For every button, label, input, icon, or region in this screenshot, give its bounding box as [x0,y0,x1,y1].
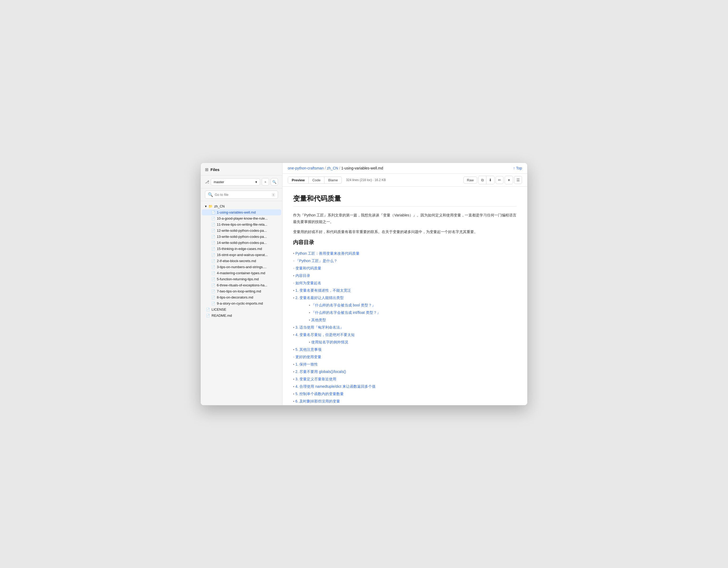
file-readme[interactable]: 📄 README.md [202,313,281,319]
toc-item-n4: 4. 变量名尽量短，但是绝对不要太短 使用短名字的例外情况 [293,331,517,346]
edit-button[interactable]: ✏ [496,176,504,184]
toc-link-toc[interactable]: 内容目录 [295,273,310,278]
toc-list: Python 工匠：善用变量来改善代码质量 『Python 工匠』是什么？ 变量… [293,250,517,406]
file-icon-15: 📄 [211,296,215,299]
file-name-13: 6-three-rituals-of-exceptions-ha... [217,283,267,287]
toc-item-n1: 1. 变量名要有描述性，不能太宽泛 [293,287,517,294]
breadcrumb-repo[interactable]: one-python-craftsman [288,166,324,170]
file-item-15[interactable]: 📄 8-tips-on-decorators.md [202,294,281,301]
toc-link-n2[interactable]: 2. 变量名最好让人能猜出类型 [295,296,344,300]
toc-link-n5[interactable]: 5. 其他注意事项 [295,347,322,352]
toc-link-b5[interactable]: 5. 控制单个函数内的变量数量 [295,392,344,396]
search-input[interactable] [215,193,270,197]
file-icon-16: 📄 [211,302,215,306]
file-tree: ▾ 📁 zh_CN 📄 1-using-variables-well.md 📄 … [201,201,282,405]
sidebar-header: ⊞ Files [201,163,282,175]
add-branch-button[interactable]: + [262,178,269,185]
folder-name: zh_CN [214,204,225,208]
download-button[interactable]: ⬇ [486,176,494,184]
file-name-license: LICENSE [212,308,226,312]
file-item-2[interactable]: 📄 10-a-good-player-know-the-rule... [202,215,281,221]
content-area: 变量和代码质量 作为『Python 工匠』系列文章的第一篇，我想先谈谈『变量（V… [282,186,527,405]
copy-button[interactable]: ⧉ [478,176,486,184]
file-item-6[interactable]: 📄 14-write-solid-python-codes-pa... [202,240,281,246]
file-icon-7: 📄 [211,247,215,251]
branch-chevron: ▾ [255,180,257,184]
file-name-8: 16-stmt-expr-and-walrus-operat... [217,253,268,257]
file-name-12: 5-function-returning-tips.md [217,277,259,281]
toc-link-root[interactable]: Python 工匠：善用变量来改善代码质量 [295,251,360,255]
file-item-7[interactable]: 📄 15-thinking-in-edge-cases.md [202,246,281,252]
file-item-13[interactable]: 📄 6-three-rituals-of-exceptions-ha... [202,282,281,288]
file-name-2: 10-a-good-player-know-the-rule... [217,216,268,220]
file-name-5: 13-write-solid-python-codes-pa... [217,235,267,238]
toc-item-naming: 如何为变量起名 1. 变量名要有描述性，不能太宽泛 2. 变量名最好让人能猜出类… [293,279,517,353]
toc-link-b6[interactable]: 6. 及时删掉那些没用的变量 [295,399,340,403]
toc-item-b7: 7. 定义临时变量提升可读性 [293,405,517,406]
file-item-4[interactable]: 📄 12-write-solid-python-codes-pa... [202,227,281,233]
toc-link-bool[interactable]: 『什么样的名字会被当成 bool 类型？』 [311,303,376,307]
top-arrow-icon: ↑ [513,166,515,170]
toc-item-int: 『什么样的名字会被当成 int/float 类型？』 [293,309,517,316]
toc-link-naming[interactable]: 如何为变量起名 [295,281,321,285]
file-icon-6: 📄 [211,241,215,245]
raw-button[interactable]: Raw [463,176,477,184]
toc-link-b1[interactable]: 1. 保持一致性 [295,362,318,366]
file-name-16: 9-a-story-on-cyclic-imports.md [217,302,263,306]
folder-chevron-icon: ▾ [205,204,207,208]
file-item-10[interactable]: 📄 3-tips-on-numbers-and-strings.... [202,264,281,270]
file-name-11: 4-mastering-container-types.md [217,271,265,275]
toc-link-better[interactable]: 更好的使用变量 [295,355,321,359]
more-chevron-button[interactable]: ▾ [505,176,513,184]
tab-code[interactable]: Code [309,177,324,183]
file-icon-8: 📄 [211,253,215,257]
file-name-readme: README.md [212,314,232,318]
file-item-8[interactable]: 📄 16-stmt-expr-and-walrus-operat... [202,252,281,258]
folder-zh-cn[interactable]: ▾ 📁 zh_CN [201,203,282,209]
toc-sublist-root: 『Python 工匠』是什么？ 变量和代码质量 内容目录 如何为变量起名 [293,257,517,406]
toc-link-b4[interactable]: 4. 合理使用 namedtuple/dict 来让函数返回多个值 [295,384,376,389]
toc-link-short[interactable]: 使用短名字的例外情况 [311,340,348,344]
breadcrumb-folder[interactable]: zh_CN [327,166,338,170]
file-item-5[interactable]: 📄 13-write-solid-python-codes-pa... [202,233,281,240]
file-license[interactable]: 📄 LICENSE [202,307,281,313]
main-panel: one-python-craftsman / zh_CN / 1-using-v… [282,163,527,405]
file-toolbar: Preview Code Blame 324 lines (218 loc) ·… [282,174,527,186]
toc-link-int[interactable]: 『什么样的名字会被当成 int/float 类型？』 [311,311,381,315]
toc-link-b3[interactable]: 3. 变量定义尽量靠近使用 [295,377,337,381]
file-item-1[interactable]: 📄 1-using-variables-well.md [202,209,281,215]
toc-link-b2[interactable]: 2. 尽量不要用 globals()/locals() [295,370,346,374]
file-item-3[interactable]: 📄 11-three-tips-on-writing-file-rela... [202,221,281,227]
toc-link-n3[interactable]: 3. 适当使用『匈牙利命名法』 [295,325,344,330]
toc-button[interactable]: ☰ [514,176,522,184]
breadcrumb-sep-1: / [325,166,326,170]
search-branch-button[interactable]: 🔍 [271,178,278,185]
toc-link-other[interactable]: 其他类型 [311,318,326,322]
file-icon-readme: 📄 [206,314,210,318]
toc-link-quality[interactable]: 变量和代码质量 [295,266,321,270]
file-info: 324 lines (218 loc) · 16.2 KB [346,178,386,182]
toc-item-b4: 4. 合理使用 namedtuple/dict 来让函数返回多个值 [293,383,517,390]
file-item-14[interactable]: 📄 7-two-tips-on-loop-writing.md [202,288,281,294]
branch-selector[interactable]: master ▾ [211,178,260,185]
toc-link-what[interactable]: 『Python 工匠』是什么？ [295,259,337,263]
tab-blame[interactable]: Blame [324,177,342,183]
search-shortcut: t [272,193,275,197]
toc-item-b1: 1. 保持一致性 [293,361,517,368]
file-item-16[interactable]: 📄 9-a-story-on-cyclic-imports.md [202,301,281,307]
file-action-group: ⧉ ⬇ [478,176,495,184]
more-action-group: ▾ [505,176,513,184]
file-icon-14: 📄 [211,290,215,293]
file-item-9[interactable]: 📄 2-if-else-block-secrets.md [202,258,281,264]
file-icon-13: 📄 [211,283,215,287]
file-item-12[interactable]: 📄 5-function-returning-tips.md [202,276,281,282]
app-window: ⊞ Files ⎇ master ▾ + 🔍 🔍 t ▾ 📁 zh_CN [200,162,528,406]
toc-item-b6: 6. 及时删掉那些没用的变量 [293,398,517,405]
file-icon-3: 📄 [211,223,215,226]
tab-preview[interactable]: Preview [288,177,309,183]
file-item-11[interactable]: 📄 4-mastering-container-types.md [202,270,281,276]
toc-link-n4[interactable]: 4. 变量名尽量短，但是绝对不要太短 [295,333,355,337]
top-link[interactable]: ↑ Top [513,166,522,170]
file-name-14: 7-two-tips-on-loop-writing.md [217,289,261,293]
toc-link-n1[interactable]: 1. 变量名要有描述性，不能太宽泛 [295,288,351,293]
